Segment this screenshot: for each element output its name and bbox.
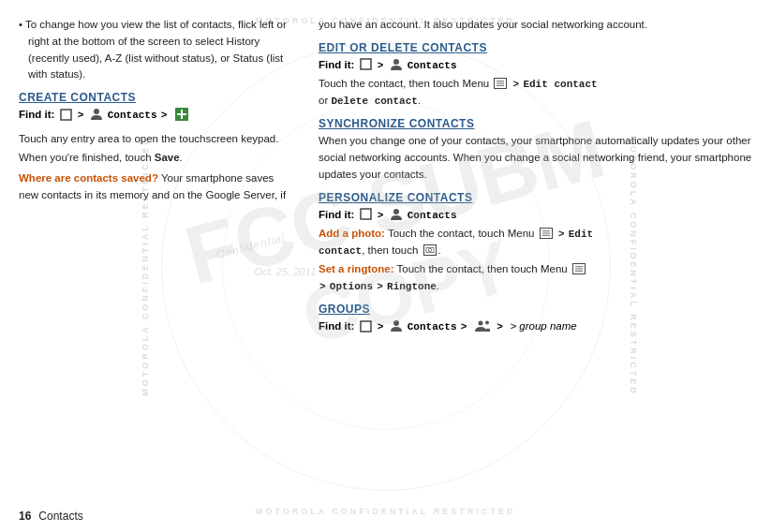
groups-findit-line: Find it: > Contacts > xyxy=(319,318,752,335)
where-contacts-label: Where are contacts saved? xyxy=(19,172,158,184)
home-icon-per xyxy=(360,208,372,220)
create-contacts-label: Contacts xyxy=(108,110,157,121)
svg-rect-5 xyxy=(361,59,371,69)
edit-section: EDIT OR DELETE CONTACTS Find it: > Conta… xyxy=(319,41,752,111)
contacts-icon-grp xyxy=(389,319,404,332)
sync-section: SYNCHRONIZE CONTACTS When you change one… xyxy=(319,117,752,183)
edit-findit-label: Find it: xyxy=(319,59,354,70)
svg-point-21 xyxy=(393,320,399,326)
create-findit-label: Find it: xyxy=(19,109,54,120)
camera-placeholder-icon xyxy=(423,244,437,256)
add-photo-text: Add a photo: Touch the contact, touch Me… xyxy=(319,226,752,259)
page: · · · · · · · · · · · · · · ·· · · · · ·… xyxy=(0,0,771,532)
per-contacts-label: Contacts xyxy=(408,210,457,221)
svg-rect-20 xyxy=(361,321,371,332)
page-number: 16 xyxy=(19,510,31,523)
groups-icon xyxy=(475,319,492,332)
group-name-label: > group name xyxy=(510,320,576,332)
svg-point-22 xyxy=(478,321,482,326)
groups-title: GROUPS xyxy=(319,303,752,316)
create-title: CREATE CONTACTS xyxy=(19,91,295,104)
page-footer: 16 Contacts xyxy=(19,505,752,523)
menu-icon-per xyxy=(540,228,553,239)
plus-icon xyxy=(175,108,188,121)
personalize-section: PERSONALIZE CONTACTS Find it: > Contacts… xyxy=(319,191,752,295)
contacts-icon xyxy=(89,108,104,121)
sync-body: When you change one of your contacts, yo… xyxy=(319,133,752,183)
home-icon xyxy=(60,109,72,121)
intro-text: you have an account. It also updates you… xyxy=(319,17,752,34)
right-column: you have an account. It also updates you… xyxy=(309,17,752,505)
where-contacts-text: Where are contacts saved? Your smartphon… xyxy=(19,170,295,204)
svg-point-11 xyxy=(393,209,399,214)
save-label: Save xyxy=(155,152,180,163)
svg-rect-10 xyxy=(361,209,371,219)
footer-label: Contacts xyxy=(38,510,82,523)
main-content: To change how you view the list of conta… xyxy=(19,17,752,505)
edit-title: EDIT OR DELETE CONTACTS xyxy=(319,41,752,54)
touch-keypad-text: Touch any entry area to open the touchsc… xyxy=(19,131,295,148)
personalize-title: PERSONALIZE CONTACTS xyxy=(319,191,752,204)
create-findit-line: Find it: > Contacts > xyxy=(19,107,295,124)
groups-section: GROUPS Find it: > Contacts > xyxy=(319,303,752,335)
left-column: To change how you view the list of conta… xyxy=(19,17,309,505)
svg-point-1 xyxy=(94,109,99,114)
delete-contact-label: Delete contact xyxy=(331,96,417,107)
svg-point-23 xyxy=(485,321,489,325)
set-ringtone-label: Set a ringtone: xyxy=(319,263,394,274)
left-bottom: Touch any entry area to open the touchsc… xyxy=(19,131,295,204)
home-icon-grp xyxy=(360,320,372,332)
personalize-findit-line: Find it: > Contacts xyxy=(319,207,752,224)
create-section: CREATE CONTACTS Find it: > Contacts > xyxy=(19,91,295,124)
edit-body: Touch the contact, then touch Menu > Edi… xyxy=(319,76,752,110)
menu-icon-edit xyxy=(494,78,507,89)
add-photo-label: Add a photo: xyxy=(319,228,385,239)
grp-contacts-label: Contacts xyxy=(408,321,457,332)
menu-icon-ring xyxy=(572,263,586,274)
contacts-icon-per xyxy=(389,208,404,221)
gt1: > xyxy=(78,110,84,121)
edit-findit-line: Find it: > Contacts xyxy=(319,57,752,74)
edit-contacts-label: Contacts xyxy=(408,60,457,71)
set-ringtone-text: Set a ringtone: Touch the contact, then … xyxy=(319,261,752,295)
contacts-icon-edit xyxy=(389,58,404,71)
sync-title: SYNCHRONIZE CONTACTS xyxy=(319,117,752,130)
home-icon-edit xyxy=(360,58,372,70)
edit-contact-label: Edit contact xyxy=(523,79,597,90)
gt2: > xyxy=(161,110,173,121)
svg-point-6 xyxy=(393,59,399,65)
svg-rect-0 xyxy=(61,110,71,120)
groups-findit-label: Find it: xyxy=(319,320,354,332)
finished-save-text: When you're finished, touch Save. xyxy=(19,150,295,167)
view-contacts-bullet: To change how you view the list of conta… xyxy=(19,17,295,83)
personalize-findit-label: Find it: xyxy=(319,209,354,220)
svg-point-16 xyxy=(428,249,431,252)
